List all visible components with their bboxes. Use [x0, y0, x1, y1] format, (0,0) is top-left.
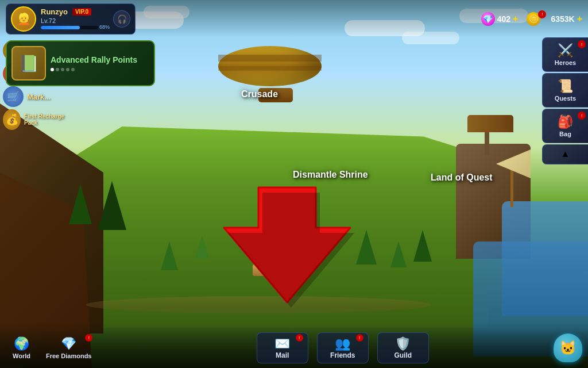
- dot-3: [61, 68, 64, 71]
- friends-label: Friends: [330, 351, 355, 359]
- mail-icon: ✉️: [274, 336, 290, 351]
- player-info: Runzyo VIP.0 Lv.72 68%: [41, 7, 110, 30]
- tree-2: [195, 236, 209, 259]
- player-name: Runzyo: [41, 7, 68, 16]
- tree-3: [356, 230, 377, 264]
- world-button[interactable]: 🌍 World: [3, 333, 40, 363]
- heroes-icon: ⚔️: [558, 43, 573, 58]
- notif-dots: [51, 68, 137, 71]
- bottom-left-buttons: 🌍 World ! 💎 Free Diamonds: [3, 333, 97, 363]
- xp-bar-fill: [41, 26, 80, 29]
- headset-button[interactable]: 🎧: [113, 10, 130, 28]
- land-of-quest-label[interactable]: Land of Quest: [431, 172, 493, 183]
- dot-1: [51, 68, 54, 71]
- ground-path: [86, 296, 431, 313]
- tree-1: [161, 241, 178, 270]
- free-diamonds-alert: !: [85, 334, 92, 342]
- bag-icon: 🎒: [558, 114, 573, 129]
- quests-icon: 📜: [558, 79, 573, 94]
- bag-label: Bag: [559, 131, 571, 137]
- guild-icon: 🛡️: [395, 336, 411, 351]
- heroes-button[interactable]: ! ⚔️ Heroes: [542, 37, 588, 72]
- free-diamonds-label: Free Diamonds: [46, 352, 91, 359]
- quests-label: Quests: [555, 95, 576, 102]
- vip-badge: VIP.0: [72, 8, 91, 16]
- shrine: [247, 210, 304, 276]
- gem-plus-button[interactable]: +: [513, 14, 518, 24]
- guild-button[interactable]: 🛡️ Guild: [377, 332, 429, 363]
- bottom-bar: 🌍 World ! 💎 Free Diamonds ! ✉️ Mail ! 👥 …: [0, 328, 588, 368]
- friends-button[interactable]: ! 👥 Friends: [317, 332, 369, 363]
- notif-title: Advanced Rally Points: [51, 55, 137, 64]
- first-pack-button[interactable]: 💰 First Recharge Pack: [3, 109, 72, 130]
- mascot-button[interactable]: 🐱: [554, 334, 582, 362]
- heroes-label: Heroes: [555, 59, 576, 66]
- player-card: 👱 Runzyo VIP.0 Lv.72 68% 🎧: [6, 3, 136, 34]
- market-icon: 🛒: [3, 86, 24, 107]
- market-button[interactable]: 🛒 Mark...: [3, 86, 72, 107]
- tree-5: [413, 230, 432, 262]
- gem-value: 402: [497, 14, 510, 24]
- crusade-label[interactable]: Crusade: [241, 89, 278, 99]
- friends-icon: 👥: [335, 336, 350, 351]
- world-icon: 🌍: [14, 336, 29, 351]
- tree-dark-1: [69, 184, 92, 224]
- world-label: World: [13, 352, 30, 359]
- guild-label: Guild: [394, 351, 412, 359]
- xp-label: 68%: [99, 24, 110, 30]
- more-icon: ▲: [561, 149, 570, 159]
- mail-label: Mail: [276, 351, 289, 359]
- market-label: Mark...: [27, 93, 51, 101]
- notif-icon: 📗: [11, 46, 46, 80]
- notification-card[interactable]: 📗 Advanced Rally Points: [6, 40, 155, 86]
- right-sidebar: ! ⚔️ Heroes 📜 Quests ! 🎒 Bag ▲: [542, 0, 588, 184]
- first-pack-label: First Recharge Pack: [24, 113, 72, 126]
- player-avatar: 👱: [11, 6, 36, 32]
- gem-icon: 💎: [481, 12, 495, 26]
- dismantle-shrine-label[interactable]: Dismantle Shrine: [293, 170, 368, 180]
- mail-button[interactable]: ! ✉️ Mail: [257, 332, 308, 363]
- tree-dark-2: [98, 181, 126, 230]
- friends-alert: !: [356, 334, 363, 342]
- bag-button[interactable]: ! 🎒 Bag: [542, 109, 588, 143]
- free-diamonds-button[interactable]: ! 💎 Free Diamonds: [40, 333, 97, 363]
- bottom-center-buttons: ! ✉️ Mail ! 👥 Friends 🛡️ Guild: [97, 332, 588, 363]
- first-pack-icon: 💰: [3, 109, 21, 130]
- heroes-alert: !: [578, 40, 586, 48]
- gem-currency: 💎 402 +: [481, 12, 519, 26]
- tree-4: [390, 241, 407, 267]
- xp-bar-bg: [41, 26, 98, 29]
- dot-5: [71, 68, 75, 71]
- more-button[interactable]: ▲: [542, 144, 588, 164]
- quests-button[interactable]: 📜 Quests: [542, 73, 588, 108]
- top-hud: 👱 Runzyo VIP.0 Lv.72 68% 🎧 💎 402 +: [0, 0, 588, 37]
- dot-2: [56, 68, 59, 71]
- dot-4: [66, 68, 69, 71]
- mail-alert: !: [296, 334, 303, 342]
- player-level: Lv.72: [41, 17, 56, 24]
- free-diamonds-icon: 💎: [61, 336, 76, 351]
- bag-alert: !: [578, 112, 586, 120]
